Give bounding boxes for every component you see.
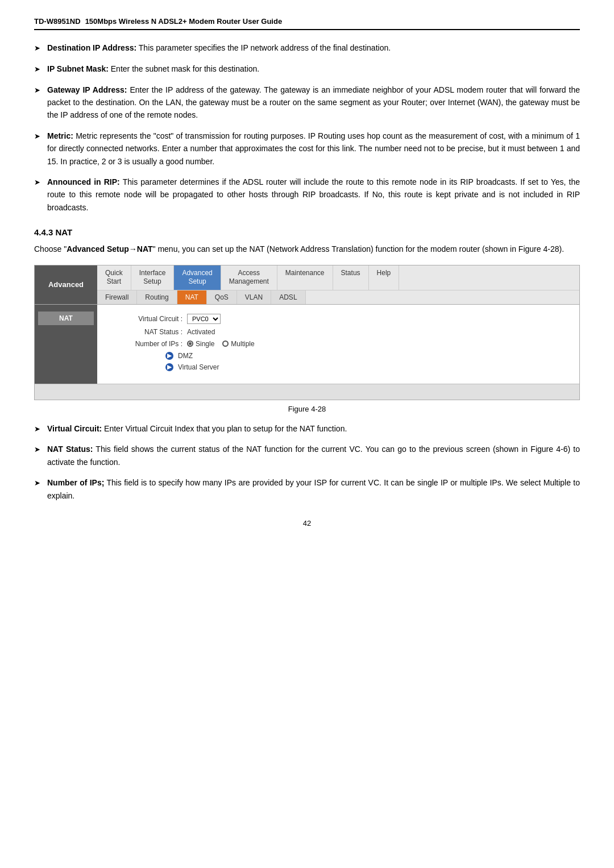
bullet-text-number-ips: This field is to specify how many IPs ar… xyxy=(47,478,580,500)
bullet-label-subnet: IP Subnet Mask: xyxy=(47,64,109,73)
dmz-link-row: ▶ DMZ xyxy=(109,352,568,360)
number-ips-label: Number of IPs : xyxy=(109,340,182,348)
router-nav-tabs: QuickStart InterfaceSetup AdvancedSetup … xyxy=(97,265,579,304)
radio-multiple-option[interactable]: Multiple xyxy=(222,340,254,348)
bullet-item-metric: ➤ Metric: Metric represents the "cost" o… xyxy=(34,130,580,168)
radio-single-option[interactable]: Single xyxy=(187,340,214,348)
bullet-label-gateway: Gateway IP Address: xyxy=(47,85,127,94)
figure-caption: Figure 4-28 xyxy=(34,405,580,413)
bottom-bullet-list: ➤ Virtual Circuit: Enter Virtual Circuit… xyxy=(34,422,580,502)
page-number: 42 xyxy=(34,519,580,528)
section-intro: Choose "Advanced Setup→NAT" menu, you ca… xyxy=(34,243,580,255)
radio-multiple-label: Multiple xyxy=(231,340,254,348)
bullet-label-nat-status: NAT Status: xyxy=(47,445,93,454)
virtual-server-link-btn[interactable]: ▶ xyxy=(165,363,173,371)
tab-advanced-setup[interactable]: AdvancedSetup xyxy=(174,265,221,290)
bullet-arrow-icon-3: ➤ xyxy=(34,85,40,122)
advanced-nav-label: Advanced xyxy=(35,265,97,304)
top-bullet-list: ➤ Destination IP Address: This parameter… xyxy=(34,41,580,214)
tab-status[interactable]: Status xyxy=(333,265,369,290)
bullet-text-metric: Metric represents the "cost" of transmis… xyxy=(47,131,580,166)
bullet-arrow-icon-5: ➤ xyxy=(34,177,40,214)
bullet-text-virtual-circuit: Enter Virtual Circuit Index that you pla… xyxy=(104,424,347,433)
radio-single-label: Single xyxy=(196,340,214,348)
bullet-item-destination: ➤ Destination IP Address: This parameter… xyxy=(34,41,580,55)
bullet-item-nat-status: ➤ NAT Status: This field shows the curre… xyxy=(34,443,580,468)
sidebar-nat-item[interactable]: NAT xyxy=(38,312,94,325)
virtual-circuit-label: Virtual Circuit : xyxy=(109,315,182,323)
number-ips-radio-group: Single Multiple xyxy=(187,340,255,348)
virtual-circuit-row: Virtual Circuit : PVC0 xyxy=(109,314,568,324)
bullet-item-subnet: ➤ IP Subnet Mask: Enter the subnet mask … xyxy=(34,63,580,76)
bullet-text-subnet: Enter the subnet mask for this destinati… xyxy=(111,64,259,73)
nat-status-row: NAT Status : Activated xyxy=(109,328,568,336)
dmz-link-btn[interactable]: ▶ xyxy=(165,352,173,360)
bullet-arrow-icon-4: ➤ xyxy=(34,131,40,168)
bullet-text-nat-status: This field shows the current status of t… xyxy=(47,445,580,466)
number-ips-row: Number of IPs : Single Multiple xyxy=(109,340,568,348)
bullet-item-rip: ➤ Announced in RIP: This parameter deter… xyxy=(34,176,580,214)
nat-status-value: Activated xyxy=(187,328,215,336)
dmz-link-text[interactable]: DMZ xyxy=(178,352,193,360)
bullet-text-rip: This parameter determines if the ADSL ro… xyxy=(47,177,580,212)
router-top-nav: Advanced QuickStart InterfaceSetup Advan… xyxy=(35,265,579,305)
bullet-label-virtual-circuit: Virtual Circuit: xyxy=(47,424,102,433)
sub-tab-vlan[interactable]: VLAN xyxy=(237,290,271,304)
model-number: TD-W8951ND xyxy=(34,17,81,26)
router-content-area: NAT Virtual Circuit : PVC0 NAT Status : … xyxy=(35,305,579,384)
bullet-item-virtual-circuit: ➤ Virtual Circuit: Enter Virtual Circuit… xyxy=(34,422,580,435)
radio-multiple-icon xyxy=(222,340,229,347)
bullet-arrow-icon-8: ➤ xyxy=(34,477,40,502)
router-sub-tabs: Firewall Routing NAT QoS VLAN ADSL xyxy=(97,290,579,304)
sub-tab-nat[interactable]: NAT xyxy=(177,290,207,304)
bullet-arrow-icon-6: ➤ xyxy=(34,423,40,435)
bullet-label-rip: Announced in RIP: xyxy=(47,177,120,186)
tab-quick-start[interactable]: QuickStart xyxy=(97,265,131,290)
bullet-label-destination: Destination IP Address: xyxy=(47,43,136,52)
bullet-arrow-icon-2: ➤ xyxy=(34,64,40,76)
bullet-item-gateway: ➤ Gateway IP Address: Enter the IP addre… xyxy=(34,84,580,122)
tab-help[interactable]: Help xyxy=(369,265,400,290)
tab-interface-setup[interactable]: InterfaceSetup xyxy=(131,265,175,290)
bullet-text-destination: This parameter specifies the IP network … xyxy=(139,43,391,52)
document-title: 150Mbps Wireless N ADSL2+ Modem Router U… xyxy=(85,17,283,26)
tab-maintenance[interactable]: Maintenance xyxy=(277,265,333,290)
nat-status-label: NAT Status : xyxy=(109,328,182,336)
bullet-arrow-icon: ➤ xyxy=(34,43,40,55)
intro-bold: Advanced Setup→NAT xyxy=(67,244,152,254)
router-sidebar: NAT xyxy=(35,305,97,384)
router-footer-bar xyxy=(35,384,579,400)
router-tabs-top-row: QuickStart InterfaceSetup AdvancedSetup … xyxy=(97,265,579,290)
section-heading: 4.4.3 NAT xyxy=(34,227,580,237)
virtual-server-link-row: ▶ Virtual Server xyxy=(109,363,568,371)
bullet-text-gateway: Enter the IP address of the gateway. The… xyxy=(47,85,580,120)
bullet-item-number-ips: ➤ Number of IPs; This field is to specif… xyxy=(34,476,580,502)
bullet-arrow-icon-7: ➤ xyxy=(34,444,40,468)
bullet-label-number-ips: Number of IPs; xyxy=(47,478,104,487)
page-header: TD-W8951ND 150Mbps Wireless N ADSL2+ Mod… xyxy=(34,17,580,30)
sub-tab-adsl[interactable]: ADSL xyxy=(271,290,305,304)
sub-tab-qos[interactable]: QoS xyxy=(207,290,237,304)
virtual-circuit-value: PVC0 xyxy=(187,314,221,324)
virtual-circuit-select[interactable]: PVC0 xyxy=(187,314,221,324)
sub-tab-routing[interactable]: Routing xyxy=(137,290,177,304)
router-ui-screenshot: Advanced QuickStart InterfaceSetup Advan… xyxy=(34,265,580,400)
router-main-panel: Virtual Circuit : PVC0 NAT Status : Acti… xyxy=(97,305,579,384)
tab-access-management[interactable]: AccessManagement xyxy=(221,265,277,290)
bullet-label-metric: Metric: xyxy=(47,131,73,140)
radio-single-icon xyxy=(187,340,193,347)
virtual-server-link-text[interactable]: Virtual Server xyxy=(178,363,219,371)
sub-tab-firewall[interactable]: Firewall xyxy=(97,290,137,304)
